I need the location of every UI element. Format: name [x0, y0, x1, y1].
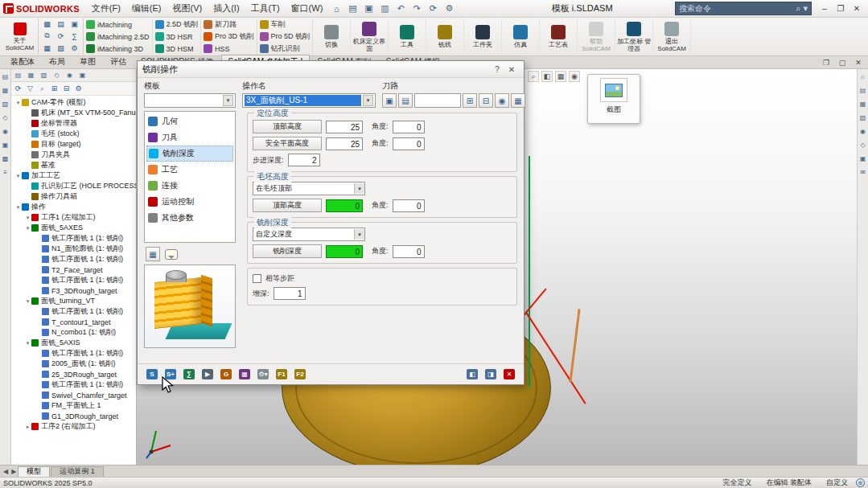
restore-button[interactable]: ❐ [833, 2, 849, 15]
ribbon-button[interactable]: 退出 SolidCAM [653, 18, 691, 55]
milling-depth-button[interactable]: 铣削深度 [253, 244, 322, 258]
command-tab[interactable]: 布局 [42, 55, 72, 68]
delta-depth-value[interactable]: 1 [274, 287, 306, 300]
tree-item[interactable]: 坐标管理器 [13, 118, 136, 129]
viewport-maximize-icon[interactable]: ❐ [818, 57, 834, 68]
tree-item[interactable]: 机床 (MT_5X VTM-500_Fanuc) [13, 108, 136, 118]
dimxpert-panel-icon[interactable]: ◇ [1, 113, 10, 122]
cam-search-icon[interactable]: ⌕ [38, 84, 47, 93]
menu-item[interactable]: 工具(T) [245, 2, 286, 14]
chevron-down-icon[interactable]: ▾ [223, 95, 233, 106]
previous-operation-icon[interactable]: ◧ [464, 367, 480, 382]
tree-item[interactable]: G1_3DRough_target [13, 411, 136, 421]
pin-icon[interactable]: ◉ [495, 93, 509, 108]
expander-icon[interactable]: ▸ [24, 424, 31, 430]
next-operation-icon[interactable]: ◨ [483, 367, 499, 382]
appearances-icon[interactable]: ◉ [858, 127, 867, 136]
ribbon-button[interactable]: 切换 [313, 18, 351, 55]
simulate-icon[interactable]: ▶ [200, 367, 216, 382]
tree-item[interactable]: FM_平面铣上 1 [13, 400, 136, 411]
ribbon-button[interactable]: 加工坐标 管理器 [615, 18, 653, 55]
rebuild-icon[interactable]: ⟳ [426, 2, 440, 15]
milling-depth-angle[interactable]: 0 [393, 245, 425, 258]
ribbon-button[interactable]: iMachining 3D [86, 43, 150, 55]
tree-item[interactable]: ▾ 面铣_5AXIS [13, 338, 136, 348]
dialog-page-item[interactable]: 其他参数 [146, 210, 233, 226]
undo-icon[interactable]: ↶ [393, 2, 408, 15]
milling-depth-value[interactable]: 0 [326, 245, 363, 258]
copy-icon[interactable]: ⧉ [42, 31, 53, 41]
ribbon-button[interactable]: 工具 [389, 18, 426, 55]
equal-step-checkbox[interactable] [253, 274, 261, 283]
expander-icon[interactable]: ▾ [24, 340, 31, 347]
clearance-level-value[interactable]: 25 [326, 137, 363, 150]
search-dropdown-icon[interactable]: ▾ [803, 3, 808, 14]
ribbon-button[interactable]: HSS [204, 43, 254, 55]
tree-item[interactable]: 基准 [13, 160, 136, 170]
tree-item[interactable]: N_combo1 (1: 铣削) [13, 327, 136, 338]
document-tab[interactable]: 运动算例 1 [51, 466, 104, 477]
tree-item[interactable]: F3_3DRough_target [13, 285, 136, 296]
cam-refresh-icon[interactable]: ⟳ [14, 84, 23, 93]
expander-icon[interactable]: ▾ [14, 100, 22, 106]
tree-item[interactable]: ▾ 加工工艺 [13, 170, 136, 181]
doc-icon[interactable]: ▧ [56, 43, 67, 53]
dialog-page-item[interactable]: 铣削深度 [146, 146, 233, 162]
search-icon[interactable]: ⌕ [796, 3, 800, 14]
screenshot-button[interactable] [600, 78, 627, 102]
display-panel-icon[interactable]: ◉ [1, 127, 10, 136]
ribbon-button[interactable]: 3D HSR [155, 31, 199, 43]
tree-item[interactable]: N1_面轮廓铣 (1: 铣削) [13, 244, 136, 254]
tree-item[interactable]: 毛坯 (stock) [13, 129, 136, 139]
layers-panel-icon[interactable]: ≡ [1, 168, 10, 177]
clearance-level-button[interactable]: 安全平面高度 [253, 137, 322, 150]
view-palette-icon[interactable]: ▧ [858, 113, 867, 122]
expander-icon[interactable]: ▾ [24, 298, 31, 305]
ribbon-button[interactable]: iMachining 2.5D [86, 31, 150, 43]
dialog-title-bar[interactable]: 铣削操作 ? ✕ [138, 61, 524, 78]
command-tab[interactable]: 装配体 [3, 55, 42, 68]
ribbon-button[interactable]: 钻孔识别 [260, 43, 311, 55]
file-explorer-icon[interactable]: ▦ [858, 100, 867, 109]
tree-item[interactable]: T2_Face_target [13, 265, 136, 275]
tree-item[interactable]: ▾ 面铣_turning_VT [13, 296, 136, 306]
configuration-tab-icon[interactable]: ▧ [39, 71, 49, 80]
tree-item[interactable]: 孔识别工艺 (HOLE PROCESSES - SOL [13, 181, 136, 191]
view-orientation-icon[interactable]: ▦ [555, 71, 566, 82]
step-down-value[interactable]: 2 [288, 154, 320, 166]
design-library-icon[interactable]: ▤ [858, 86, 867, 95]
tree-item[interactable]: Swivel_Chamfer_target [13, 390, 136, 400]
gcode-icon[interactable]: G [218, 367, 234, 382]
calculate-icon[interactable]: ∑ [181, 367, 197, 382]
upper-level-button[interactable]: 顶部高度 [253, 120, 322, 133]
tree-item[interactable]: 25_3DRough_target [13, 369, 136, 379]
upper-level-angle[interactable]: 0 [393, 121, 425, 133]
save-icon[interactable]: S [144, 367, 160, 382]
ribbon-button[interactable]: 新刀路 [204, 18, 254, 31]
command-tab[interactable]: 评估 [103, 55, 134, 68]
document-tab[interactable]: 模型 [18, 466, 50, 477]
viewport-restore-icon[interactable]: ▢ [834, 57, 850, 68]
open-template-icon[interactable]: ▤ [398, 93, 413, 108]
ribbon-button[interactable]: 3D HSM [155, 43, 199, 55]
tree-item[interactable]: 铣工序面铣 1 (1: 铣削) [13, 233, 136, 244]
dialog-page-item[interactable]: 几何 [146, 113, 233, 129]
search-input[interactable]: 搜索命令 ⌕ ▾ [675, 2, 812, 15]
save-cam-part-icon[interactable]: ▣ [69, 18, 80, 29]
task-pane-home-icon[interactable]: ⌂ [858, 72, 867, 81]
tree-item[interactable]: ▾ 操作 [13, 202, 136, 212]
menu-item[interactable]: 编辑(E) [126, 2, 167, 14]
tree-item[interactable]: 目标 (target) [13, 139, 136, 150]
close-button[interactable]: ✕ [849, 2, 865, 15]
displaymanager-tab-icon[interactable]: ◉ [64, 71, 75, 80]
display-style-icon[interactable]: ◉ [569, 71, 580, 82]
menu-item[interactable]: 视图(V) [167, 2, 208, 14]
scenes-icon[interactable]: ◇ [858, 141, 867, 150]
tab-scroll-right-icon[interactable]: ▶ [10, 468, 18, 475]
collapse-all-icon[interactable]: ⊟ [479, 93, 493, 108]
stock-top-button[interactable]: 顶部高度 [253, 199, 322, 212]
options-icon[interactable]: ⚙ [442, 2, 456, 15]
stock-top-angle[interactable]: 0 [393, 199, 425, 212]
tree-item[interactable]: 铣工序面铣 1 (1: 铣削) [13, 275, 136, 285]
propertymanager-tab-icon[interactable]: ▦ [26, 71, 36, 80]
